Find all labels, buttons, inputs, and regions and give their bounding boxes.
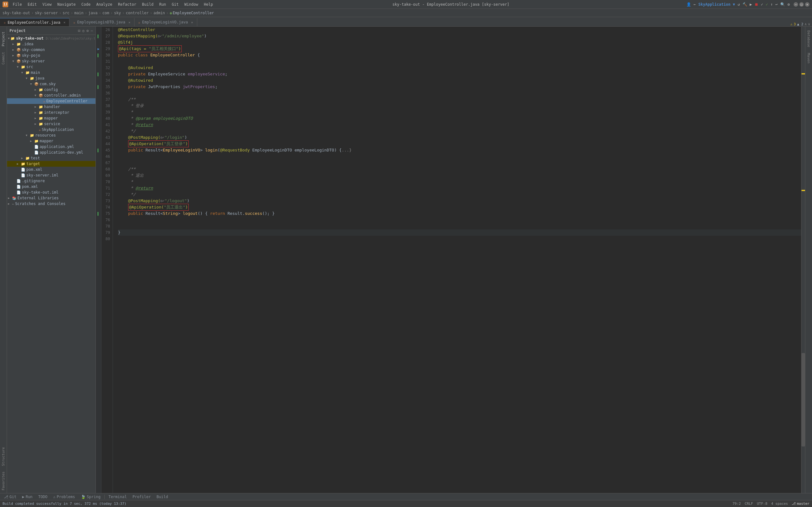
sidebar-structure-tab[interactable]: Structure — [1, 445, 6, 469]
back-icon[interactable]: ← — [694, 2, 696, 7]
menu-analyze[interactable]: Analyze — [94, 2, 115, 7]
tree-external-libs[interactable]: ▶ 📚 External Libraries — [7, 195, 96, 201]
scroll-bar[interactable] — [801, 26, 805, 493]
tree-sky-server[interactable]: ▼ 📦 sky-server — [7, 58, 96, 64]
settings-btn[interactable]: ⚙ — [87, 29, 89, 33]
tree-root-pom[interactable]: 📄 pom.xml — [7, 184, 96, 189]
tree-idea[interactable]: ▶ 📁 .idea — [7, 41, 96, 47]
search-icon[interactable]: 🔍 — [780, 2, 785, 7]
breadcrumb-admin[interactable]: admin — [154, 11, 165, 15]
breadcrumb-controller[interactable]: controller — [125, 11, 148, 15]
bottom-tab-problems[interactable]: ⚠ Problems — [51, 494, 78, 500]
git-rollback-icon[interactable]: ↩ — [775, 2, 778, 7]
panel-close-btn[interactable]: — — [91, 29, 93, 33]
scroll-up-btn[interactable]: ∧ — [805, 22, 807, 26]
breadcrumb-java[interactable]: java — [88, 11, 97, 15]
git-push-icon[interactable]: ↑ — [770, 2, 773, 7]
tree-mapper[interactable]: ▶ 📁 mapper — [7, 115, 96, 121]
tree-mapper-res[interactable]: ▶ 📁 mapper — [7, 138, 96, 144]
bottom-tab-todo[interactable]: TODO — [36, 494, 50, 500]
tree-scratches[interactable]: ▶ ✏ Scratches and Consoles — [7, 201, 96, 207]
tab-close-3[interactable]: ✕ — [191, 20, 193, 24]
bottom-tab-run[interactable]: ▶ Run — [20, 494, 35, 500]
menu-file[interactable]: File — [10, 2, 24, 7]
tree-pom-xml[interactable]: 📄 pom.xml — [7, 167, 96, 172]
tree-controller-admin[interactable]: ▼ 📦 controller.admin — [7, 93, 96, 98]
collapse-all-btn[interactable]: ⊟ — [78, 29, 80, 33]
breadcrumb-com[interactable]: com — [102, 11, 109, 15]
status-indent[interactable]: 4 spaces — [771, 502, 788, 506]
bottom-tab-profiler[interactable]: Profiler — [130, 494, 154, 500]
build-icon[interactable]: 🔨 — [743, 2, 747, 7]
status-encoding[interactable]: UTF-8 — [757, 502, 767, 506]
tab-close-1[interactable]: ✕ — [63, 20, 65, 24]
tab-employee-controller[interactable]: ☕ EmployeeController.java ✕ — [0, 18, 69, 26]
scroll-thumb[interactable] — [802, 353, 805, 446]
tree-root[interactable]: ▼ 📁 sky-take-out D:\code\IdeaProjects\sk… — [7, 36, 96, 41]
maximize-button[interactable]: □ — [799, 2, 804, 7]
breadcrumb-sky[interactable]: sky — [114, 11, 121, 15]
tree-application-yml[interactable]: 📄 application.yml — [7, 144, 96, 150]
breadcrumb-module[interactable]: sky-server — [35, 11, 58, 15]
menu-help[interactable]: Help — [201, 2, 216, 7]
bottom-tab-terminal[interactable]: Terminal — [106, 494, 130, 500]
tree-gitignore[interactable]: 📄 .gitignore — [7, 178, 96, 184]
bottom-tab-spring[interactable]: 🍃 Spring — [78, 494, 103, 500]
tree-sky-application[interactable]: ☕ SkyApplication — [7, 127, 96, 132]
code-editor[interactable]: @RestController @RequestMapping(◎✓"/admi… — [113, 26, 801, 493]
tree-service[interactable]: ▶ 📁 service — [7, 121, 96, 127]
tree-target[interactable]: ▶ 📁 target — [7, 161, 96, 167]
menu-edit[interactable]: Edit — [25, 2, 39, 7]
tree-sky-common[interactable]: ▶ 📦 sky-common — [7, 47, 96, 53]
sidebar-project-tab[interactable]: Project — [1, 29, 6, 49]
gutter-29-run[interactable]: ▶ — [96, 46, 101, 52]
run-icon[interactable]: ▶ — [750, 2, 752, 7]
bottom-tab-build[interactable]: Build — [154, 494, 171, 500]
tree-resources[interactable]: ▼ 📁 resources — [7, 132, 96, 138]
tree-handler[interactable]: ▶ 📁 handler — [7, 104, 96, 110]
tree-employee-controller[interactable]: ☕ EmployeeController — [7, 98, 96, 104]
sidebar-favorites-tab[interactable]: Favorites — [1, 469, 6, 493]
menu-git[interactable]: Git — [169, 2, 182, 7]
skyapp-config[interactable]: SkyApplication ▼ — [699, 2, 735, 7]
menu-window[interactable]: Window — [182, 2, 200, 7]
git-check-icon[interactable]: ✓ — [761, 2, 763, 7]
stop-icon[interactable]: ⏹ — [755, 2, 758, 7]
git-ok-icon[interactable]: ✓ — [766, 2, 768, 7]
scroll-to-source-btn[interactable]: ◎ — [82, 29, 84, 33]
tab-employee-login-vo[interactable]: ☕ EmployeeLoginVO.java ✕ — [135, 18, 197, 26]
settings-icon[interactable]: ⚙ — [788, 2, 790, 7]
scroll-down-btn[interactable]: ∨ — [808, 22, 810, 26]
tab-employee-login-dto[interactable]: ☕ EmployeeLoginDTO.java ✕ — [69, 18, 135, 26]
tree-sky-take-out-iml[interactable]: 📄 sky-take-out.iml — [7, 189, 96, 195]
tree-sky-pojo[interactable]: ▶ 📦 sky-pojo — [7, 53, 96, 58]
close-button[interactable]: ✕ — [805, 2, 809, 7]
bottom-tab-git[interactable]: ⎇ Git — [1, 494, 19, 500]
tree-java[interactable]: ▼ 📁 java — [7, 75, 96, 81]
tree-interceptor[interactable]: ▶ 📁 interceptor — [7, 110, 96, 115]
menu-view[interactable]: View — [40, 2, 54, 7]
tree-sky-server-iml[interactable]: 📄 sky-server.iml — [7, 172, 96, 178]
status-line-ending[interactable]: CRLF — [745, 502, 753, 506]
tree-com-sky[interactable]: ▼ 📦 com.sky — [7, 81, 96, 87]
sidebar-commit-tab[interactable]: Commit — [1, 49, 6, 67]
breadcrumb-main[interactable]: main — [74, 11, 84, 15]
menu-run[interactable]: Run — [157, 2, 169, 7]
status-position[interactable]: 79:2 — [732, 502, 741, 506]
tree-application-dev-yml[interactable]: 📄 application-dev.yml — [7, 150, 96, 155]
git-user-icon[interactable]: 👤 — [687, 2, 691, 7]
tree-src[interactable]: ▼ 📁 src — [7, 64, 96, 70]
status-branch-display[interactable]: ⎇ master — [792, 502, 809, 506]
menu-code[interactable]: Code — [79, 2, 93, 7]
tab-close-2[interactable]: ✕ — [129, 20, 131, 24]
breadcrumb-current-class[interactable]: EmployeeController — [173, 11, 214, 15]
breadcrumb-src[interactable]: src — [62, 11, 69, 15]
menu-refactor[interactable]: Refactor — [115, 2, 139, 7]
menu-build[interactable]: Build — [140, 2, 156, 7]
menu-navigate[interactable]: Navigate — [55, 2, 78, 7]
tree-config[interactable]: ▶ 📁 config — [7, 87, 96, 93]
right-sidebar-maven[interactable]: Maven — [806, 50, 811, 66]
minimize-button[interactable]: — — [794, 2, 798, 7]
reload-icon[interactable]: ↺ — [738, 2, 740, 7]
tree-main[interactable]: ▼ 📁 main — [7, 70, 96, 75]
